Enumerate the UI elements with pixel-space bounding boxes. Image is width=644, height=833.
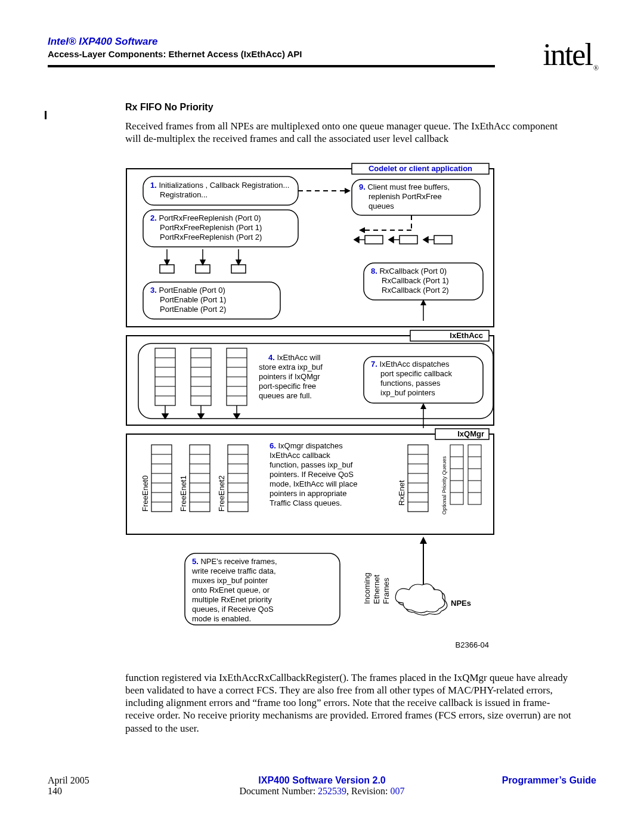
change-bar (45, 111, 47, 119)
svg-text:PortRxFreeReplenish (Port 1): PortRxFreeReplenish (Port 1) (160, 223, 262, 232)
free-enet2: FreeEnet2 (217, 475, 226, 512)
free-enet0: FreeEnet0 (141, 475, 150, 512)
svg-text:replenish PortRxFree: replenish PortRxFree (369, 192, 442, 201)
svg-marker-10 (165, 260, 169, 265)
svg-text:7. IxEthAcc dispatches: 7. IxEthAcc dispatches (371, 360, 450, 368)
free-enet1: FreeEnet1 (179, 475, 188, 512)
svg-text:write receive traffic data,: write receive traffic data, (191, 566, 276, 575)
svg-text:queues: queues (369, 202, 394, 210)
incoming-frames: Incoming (363, 572, 371, 604)
svg-text:ixp_buf pointers: ixp_buf pointers (380, 388, 435, 397)
product-title: Intel® IXP400 Software (48, 36, 596, 48)
ixqmgr-label: IxQMgr (457, 429, 484, 438)
body-paragraph-2: function registered via IxEthAccRxCallba… (125, 671, 572, 735)
rx-enet: RxEnet (397, 479, 406, 505)
svg-text:4. IxEthAcc will: 4. IxEthAcc will (268, 353, 321, 362)
svg-text:mode is enabled.: mode is enabled. (192, 614, 251, 623)
svg-text:3. PortEnable (Port 0): 3. PortEnable (Port 0) (150, 286, 225, 295)
section-heading: Rx FIFO No Priority (125, 102, 596, 113)
intel-logo: intel® (543, 37, 596, 74)
ixethacc-label: IxEthAcc (450, 331, 483, 340)
svg-rect-122 (450, 445, 463, 504)
svg-rect-101 (228, 445, 248, 512)
svg-text:5. NPE's receive frames,: 5. NPE's receive frames, (192, 557, 277, 566)
svg-text:RxCallback (Port 2): RxCallback (Port 2) (382, 286, 449, 295)
svg-marker-37 (423, 237, 428, 243)
svg-text:RxCallback (Port 1): RxCallback (Port 1) (382, 276, 449, 285)
header-rule (48, 65, 495, 67)
svg-marker-143 (420, 537, 427, 544)
svg-rect-17 (231, 265, 246, 273)
intel-logo-text: intel (543, 38, 592, 72)
svg-text:onto RxEnet queue, or: onto RxEnet queue, or (192, 586, 270, 594)
svg-text:PortEnable (Port 2): PortEnable (Port 2) (160, 305, 226, 314)
svg-marker-16 (236, 260, 241, 265)
svg-text:port specific callback: port specific callback (380, 369, 452, 378)
svg-text:queues, if Receive QoS: queues, if Receive QoS (192, 605, 274, 614)
svg-rect-127 (468, 445, 481, 504)
svg-text:Frames: Frames (382, 577, 391, 604)
registered-icon: ® (593, 64, 597, 72)
svg-text:port-specific free: port-specific free (259, 382, 316, 391)
footer-guide: Programmer’s Guide (502, 775, 596, 786)
svg-rect-33 (365, 236, 383, 244)
svg-text:PortRxFreeReplenish (Port 2): PortRxFreeReplenish (Port 2) (160, 233, 262, 241)
svg-text:pointers. If Receive QoS: pointers. If Receive QoS (270, 470, 354, 479)
svg-text:2.  PortRxFreeReplenish (Port : 2. PortRxFreeReplenish (Port 0) (150, 213, 261, 222)
svg-text:queues are full.: queues are full. (259, 391, 312, 400)
svg-marker-30 (359, 227, 365, 233)
figure-rx-fifo: Codelet or client application 1. Initial… (125, 160, 495, 667)
svg-text:PortEnable (Port 1): PortEnable (Port 1) (160, 295, 226, 304)
svg-text:6. IxQmgr dispatches: 6. IxQmgr dispatches (270, 441, 343, 450)
npes-label: NPEs (451, 599, 471, 608)
svg-text:Ethernet: Ethernet (372, 574, 381, 604)
svg-text:mode, IxEthAcc will place: mode, IxEthAcc will place (270, 479, 357, 488)
optional-queues: Optional Priority Queues (441, 456, 447, 515)
svg-rect-36 (400, 236, 417, 244)
svg-marker-34 (389, 237, 394, 243)
svg-text:1. Initializations , Callback : 1. Initializations , Callback Registrati… (150, 181, 289, 190)
body-paragraph-1: Received frames from all NPEs are multip… (125, 120, 572, 145)
svg-rect-115 (408, 445, 428, 512)
svg-text:pointers if IxQMgr: pointers if IxQMgr (259, 372, 320, 381)
svg-text:function, passes ixp_buf: function, passes ixp_buf (270, 460, 353, 469)
chapter-title: Access-Layer Components: Ethernet Access… (48, 49, 596, 59)
svg-text:IxEthAcc callback: IxEthAcc callback (270, 451, 330, 460)
svg-rect-39 (434, 236, 452, 244)
page-header: Intel® IXP400 Software Access-Layer Comp… (48, 36, 596, 67)
svg-text:pointers in appropriate: pointers in appropriate (270, 489, 346, 498)
svg-text:Registration...: Registration... (160, 190, 208, 199)
svg-text:Traffic Class queues.: Traffic Class queues. (270, 498, 342, 507)
svg-marker-23 (345, 188, 351, 194)
svg-text:9. Client must free buffers,: 9. Client must free buffers, (359, 182, 450, 191)
svg-text:8.   RxCallback (Port 0): 8. RxCallback (Port 0) (371, 267, 447, 275)
svg-text:multiple RxEnet priority: multiple RxEnet priority (192, 595, 272, 604)
svg-text:store extra ixp_buf: store extra ixp_buf (259, 363, 323, 371)
codelet-header: Codelet or client application (369, 164, 472, 173)
figure-id: B2366-04 (456, 640, 489, 649)
svg-rect-94 (190, 445, 210, 512)
svg-rect-87 (151, 445, 172, 512)
svg-rect-11 (160, 265, 174, 273)
svg-marker-31 (354, 237, 359, 243)
svg-rect-14 (196, 265, 210, 273)
svg-marker-13 (200, 260, 205, 265)
svg-text:functions, passes: functions, passes (380, 379, 441, 388)
cloud-icon (395, 584, 447, 615)
svg-text:muxes ixp_buf pointer: muxes ixp_buf pointer (192, 576, 268, 585)
